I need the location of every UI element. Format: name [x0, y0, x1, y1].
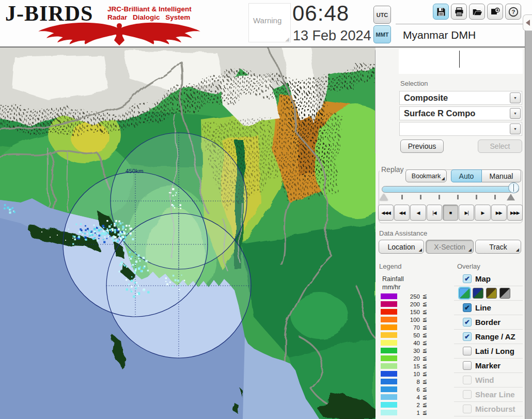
less-equal-icon: ≦	[420, 394, 427, 400]
previous-button[interactable]: Previous	[400, 139, 444, 153]
overlay-item-lati-long[interactable]: Lati / Long	[454, 344, 523, 359]
manual-mode-button[interactable]: Manual	[482, 169, 521, 182]
legend-title-line2: mm/hr	[382, 284, 400, 291]
legend-row: 40≦	[380, 339, 427, 347]
open-folder-button[interactable]	[469, 4, 485, 20]
legend-color-swatch	[381, 410, 397, 415]
legend-row: 150≦	[380, 308, 427, 316]
checkbox[interactable]: ✔	[463, 318, 472, 327]
less-equal-icon: ≦	[420, 401, 427, 408]
radar-map[interactable]: 450km	[0, 48, 375, 419]
legend-color-swatch	[381, 348, 397, 353]
legend-value: 250	[397, 293, 420, 300]
overlay-item-line[interactable]: ✔Line	[454, 301, 523, 315]
legend-row: 200≦	[380, 300, 427, 308]
slider-tick	[494, 195, 496, 199]
legend-row: 15≦	[380, 362, 427, 370]
capture-button[interactable]	[487, 4, 503, 20]
map-style-3[interactable]	[486, 288, 497, 299]
control-panel: Selection Composite ▼ Surface R Compo ▼ …	[375, 48, 525, 419]
corner-arrow-icon: ◢	[442, 176, 445, 181]
panel-scroll-strip[interactable]	[525, 29, 532, 419]
station-name: Myanmar DMH	[403, 29, 476, 41]
auto-mode-button[interactable]: Auto	[451, 169, 482, 182]
dropdown-product-value: Surface R Compo	[404, 108, 475, 118]
chevron-down-icon[interactable]: ▼	[510, 123, 521, 134]
map-style-swatches	[454, 286, 523, 301]
corner-arrow-icon: ◢	[419, 247, 422, 252]
chevron-down-icon[interactable]: ▼	[510, 92, 521, 103]
header-bar: J-BIRDS JRC-Brilliant & Intelligent Rada…	[0, 0, 532, 46]
jump-to-end-button[interactable]: ▶▶▶	[507, 205, 523, 221]
utc-button[interactable]: UTC	[373, 6, 391, 24]
slider-end-marker[interactable]	[507, 194, 515, 200]
overlay-item-range-az[interactable]: ✔Range / AZ	[454, 330, 523, 344]
checkbox	[463, 390, 472, 399]
overlay-item-marker[interactable]: Marker	[454, 359, 523, 373]
dropdown-option[interactable]: ▼	[399, 122, 522, 136]
fast-forward-button[interactable]: ▶▶	[491, 205, 507, 221]
select-button[interactable]: Select	[478, 139, 522, 153]
legend-color-swatch	[381, 317, 397, 322]
slider-tick	[457, 195, 459, 199]
legend-row: 10≦	[380, 370, 427, 378]
checkbox[interactable]	[463, 361, 472, 370]
svg-text:?: ?	[511, 9, 515, 15]
mmt-button[interactable]: MMT	[373, 25, 391, 43]
play-button[interactable]: ▶	[475, 205, 490, 221]
legend-row: 50≦	[380, 331, 427, 339]
clock-date: 13 Feb 2024	[293, 28, 371, 44]
save-button[interactable]	[433, 4, 449, 20]
legend-row: 20≦	[380, 354, 427, 362]
help-button[interactable]: ?	[505, 4, 521, 20]
legend-color-swatch	[381, 324, 397, 330]
dropdown-product[interactable]: Surface R Compo ▼	[399, 106, 522, 120]
play-backward-button[interactable]: ◀	[410, 205, 426, 221]
replay-slider-track[interactable]	[382, 186, 519, 193]
dropdown-category[interactable]: Composite ▼	[399, 91, 522, 105]
fast-rewind-button[interactable]: ◀◀	[394, 205, 410, 221]
legend-color-swatch	[381, 402, 397, 408]
logo-subtitle-line1: JRC-Brilliant & Intelligent	[107, 5, 192, 13]
warning-dropdown[interactable]: Warning ◢	[248, 3, 291, 42]
checkbox[interactable]: ✔	[463, 303, 472, 312]
map-style-1[interactable]	[459, 288, 470, 299]
map-style-2[interactable]	[473, 288, 483, 299]
overlay-section-label: Overlay	[457, 262, 480, 270]
print-button[interactable]	[451, 4, 467, 20]
checkbox[interactable]: ✔	[463, 332, 472, 341]
legend-color-swatch	[381, 355, 397, 361]
stop-button[interactable]: ■	[443, 205, 458, 221]
overlay-item-border[interactable]: ✔Border	[454, 315, 523, 330]
app-logo-subtitle: JRC-Brilliant & Intelligent Radar Dialog…	[107, 5, 192, 22]
panel-collapse-tab[interactable]	[523, 14, 532, 31]
jump-to-start-button[interactable]: ◀◀◀	[378, 205, 394, 221]
open-folder-icon	[472, 7, 482, 17]
legend-row: 1≦	[380, 409, 427, 416]
step-forward-button[interactable]: ▶|	[459, 205, 474, 221]
slider-tick	[439, 195, 440, 199]
map-style-4[interactable]	[499, 288, 510, 299]
less-equal-icon: ≦	[420, 316, 427, 323]
less-equal-icon: ≦	[420, 347, 427, 354]
corner-arrow-icon: ◢	[516, 247, 519, 252]
resize-grip-icon: ◢	[285, 36, 289, 42]
bookmark-button[interactable]: Bookmark◢	[405, 169, 447, 182]
slider-start-marker[interactable]	[380, 194, 388, 200]
slider-tick	[401, 195, 403, 199]
rainfall-legend: 250≦200≦150≦100≦70≦50≦40≦30≦20≦15≦10≦8≦6…	[380, 292, 427, 416]
step-back-button[interactable]: |◀	[427, 205, 442, 221]
location-button[interactable]: Location◢	[379, 240, 424, 254]
jbirds-application-window: J-BIRDS JRC-Brilliant & Intelligent Rada…	[0, 0, 532, 419]
checkbox[interactable]	[463, 347, 472, 355]
track-button[interactable]: Track◢	[475, 240, 521, 254]
station-list-divider	[459, 51, 460, 68]
overlay-item-label: Microburst	[475, 405, 515, 413]
chevron-down-icon[interactable]: ▼	[510, 108, 521, 119]
x-section-button[interactable]: X-Section◢	[426, 240, 474, 254]
station-list-box[interactable]	[399, 49, 523, 74]
checkbox[interactable]: ✔	[463, 274, 472, 283]
legend-value: 100	[397, 317, 420, 323]
replay-slider-thumb[interactable]	[508, 182, 519, 193]
overlay-item-map[interactable]: ✔Map	[454, 272, 523, 286]
